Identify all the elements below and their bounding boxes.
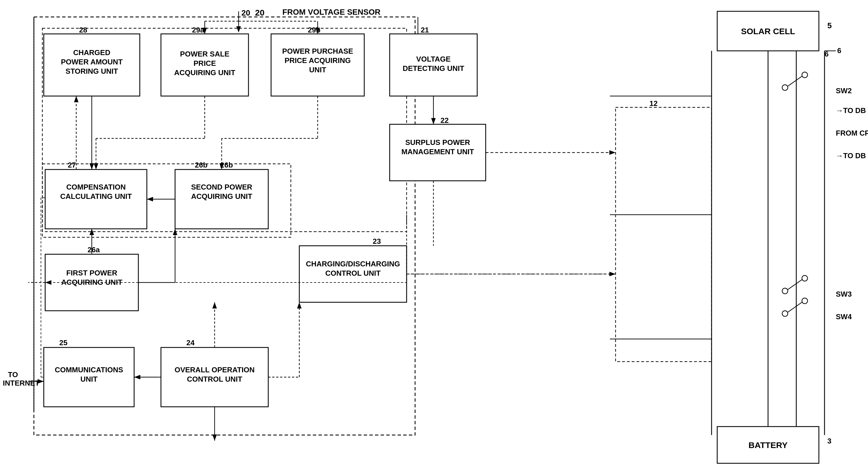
svg-marker-8 bbox=[236, 26, 241, 32]
svg-text:DETECTING UNIT: DETECTING UNIT bbox=[403, 64, 464, 72]
svg-text:CONTROL UNIT: CONTROL UNIT bbox=[325, 269, 381, 277]
svg-marker-130 bbox=[297, 302, 302, 308]
svg-point-72 bbox=[782, 85, 788, 90]
svg-text:20: 20 bbox=[241, 8, 250, 17]
svg-text:26b: 26b bbox=[195, 161, 208, 169]
svg-text:27: 27 bbox=[68, 161, 76, 169]
svg-marker-116 bbox=[147, 197, 153, 201]
svg-marker-95 bbox=[431, 118, 436, 124]
svg-line-73 bbox=[788, 76, 802, 86]
svg-text:26a: 26a bbox=[88, 245, 100, 254]
svg-text:FROM CPS: FROM CPS bbox=[836, 129, 868, 137]
svg-text:BATTERY: BATTERY bbox=[749, 440, 787, 450]
svg-text:FIRST POWER: FIRST POWER bbox=[66, 269, 118, 277]
svg-text:12: 12 bbox=[649, 99, 658, 108]
svg-text:→TO DB: →TO DB bbox=[836, 106, 866, 115]
svg-text:PRICE: PRICE bbox=[193, 59, 216, 67]
svg-text:ACQUIRING UNIT: ACQUIRING UNIT bbox=[191, 192, 252, 201]
svg-text:25: 25 bbox=[59, 338, 67, 347]
svg-text:TO: TO bbox=[8, 370, 18, 379]
svg-point-81 bbox=[802, 275, 808, 281]
svg-point-79 bbox=[782, 288, 788, 294]
svg-text:CONTROL UNIT: CONTROL UNIT bbox=[187, 375, 242, 383]
svg-point-74 bbox=[802, 72, 808, 78]
svg-text:24: 24 bbox=[186, 338, 194, 347]
svg-text:22: 22 bbox=[440, 116, 449, 125]
svg-text:COMMUNICATIONS: COMMUNICATIONS bbox=[55, 365, 123, 374]
svg-text:SOLAR CELL: SOLAR CELL bbox=[741, 27, 795, 36]
svg-text:6: 6 bbox=[837, 46, 841, 55]
svg-marker-125 bbox=[134, 375, 140, 379]
svg-marker-132 bbox=[212, 435, 217, 441]
diagram-svg: 20 FROM VOLTAGE SENSOR 20 CHARGED POWER … bbox=[0, 0, 868, 476]
svg-text:SW2: SW2 bbox=[836, 86, 851, 95]
svg-text:COMPENSATION: COMPENSATION bbox=[66, 183, 126, 191]
svg-marker-136 bbox=[37, 379, 44, 384]
svg-text:OVERALL OPERATION: OVERALL OPERATION bbox=[175, 365, 255, 374]
svg-text:POWER PURCHASE: POWER PURCHASE bbox=[282, 47, 353, 55]
svg-marker-110 bbox=[94, 163, 98, 170]
svg-text:20: 20 bbox=[255, 8, 264, 17]
svg-text:3: 3 bbox=[827, 437, 831, 445]
svg-text:FROM VOLTAGE SENSOR: FROM VOLTAGE SENSOR bbox=[282, 8, 380, 17]
svg-marker-91 bbox=[609, 150, 616, 155]
svg-text:VOLTAGE: VOLTAGE bbox=[416, 55, 451, 63]
svg-line-80 bbox=[788, 280, 802, 290]
svg-rect-20 bbox=[271, 34, 364, 96]
svg-marker-104 bbox=[90, 163, 94, 170]
svg-text:28: 28 bbox=[79, 26, 87, 34]
svg-marker-127 bbox=[212, 302, 217, 308]
svg-marker-106 bbox=[74, 96, 79, 102]
svg-text:UNIT: UNIT bbox=[81, 375, 98, 383]
svg-text:UNIT: UNIT bbox=[309, 65, 327, 74]
svg-text:PRICE ACQUIRING: PRICE ACQUIRING bbox=[285, 56, 351, 65]
svg-line-84 bbox=[788, 302, 802, 312]
svg-point-83 bbox=[782, 311, 788, 317]
svg-text:→TO DB: →TO DB bbox=[836, 151, 866, 160]
svg-text:5: 5 bbox=[827, 21, 832, 30]
svg-text:SECOND POWER: SECOND POWER bbox=[191, 183, 252, 191]
diagram: 20 FROM VOLTAGE SENSOR 20 CHARGED POWER … bbox=[0, 0, 868, 476]
svg-point-85 bbox=[802, 298, 808, 304]
svg-text:MANAGEMENT UNIT: MANAGEMENT UNIT bbox=[401, 147, 474, 156]
svg-text:CHARGED: CHARGED bbox=[73, 48, 110, 57]
svg-text:SURPLUS POWER: SURPLUS POWER bbox=[405, 138, 470, 147]
svg-rect-69 bbox=[616, 107, 712, 362]
svg-text:STORING UNIT: STORING UNIT bbox=[65, 67, 118, 76]
svg-text:POWER SALE: POWER SALE bbox=[180, 50, 229, 58]
svg-text:21: 21 bbox=[421, 26, 429, 34]
svg-text:CHARGING/DISCHARGING: CHARGING/DISCHARGING bbox=[306, 260, 400, 268]
svg-text:29a: 29a bbox=[192, 26, 205, 34]
svg-text:SW3: SW3 bbox=[836, 290, 851, 298]
svg-text:23: 23 bbox=[373, 237, 381, 245]
svg-text:ACQUIRING UNIT: ACQUIRING UNIT bbox=[174, 68, 236, 77]
svg-text:CALCULATING UNIT: CALCULATING UNIT bbox=[60, 192, 132, 201]
svg-text:SW4: SW4 bbox=[836, 313, 852, 321]
svg-text:POWER AMOUNT: POWER AMOUNT bbox=[61, 58, 123, 66]
